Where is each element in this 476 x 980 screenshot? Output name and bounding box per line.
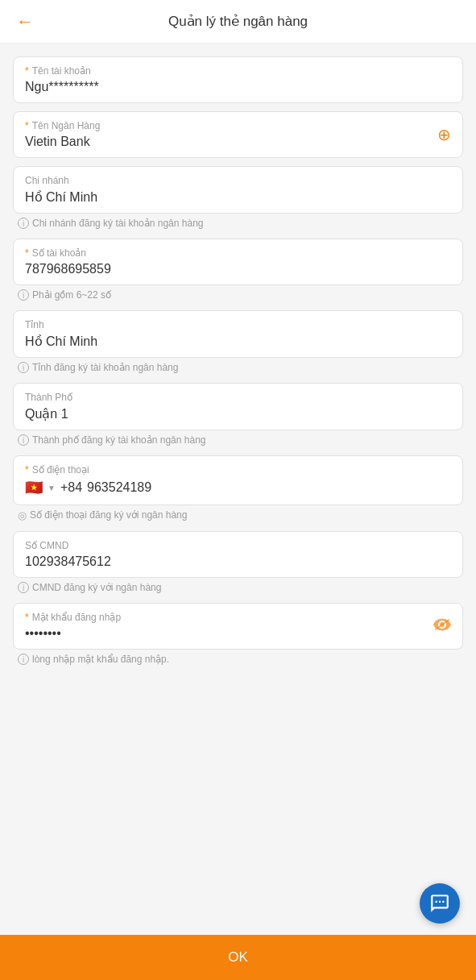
- city-label: Thành Phố: [25, 392, 451, 403]
- password-hint: i lòng nhập mật khẩu đăng nhập.: [13, 650, 463, 671]
- account-number-value: 787968695859: [25, 262, 451, 276]
- flag-icon: 🇻🇳: [25, 479, 43, 496]
- phone-label: * Số điện thoại: [25, 464, 451, 475]
- phone-value: 963524189: [87, 480, 151, 495]
- province-field[interactable]: Tỉnh Hồ Chí Minh: [13, 310, 463, 358]
- back-button[interactable]: ←: [16, 11, 34, 32]
- bank-name-group: * Tên Ngân Hàng Vietin Bank ⊕: [13, 111, 463, 158]
- circle-icon: ◎: [18, 509, 27, 521]
- province-group: Tỉnh Hồ Chí Minh i Tỉnh đăng ký tài khoả…: [13, 310, 463, 380]
- city-group: Thành Phố Quận 1 i Thành phố đăng ký tài…: [13, 383, 463, 452]
- required-star: *: [25, 247, 29, 259]
- phone-field[interactable]: * Số điện thoại 🇻🇳 ▼ +84 963524189: [13, 455, 463, 505]
- account-number-hint: i Phải gồm 6~22 số: [13, 285, 463, 307]
- account-name-label: * Tên tài khoản: [25, 65, 451, 77]
- page-title: Quản lý thẻ ngân hàng: [168, 13, 308, 30]
- id-number-group: Số CMND 102938475612 i CMND đăng ký với …: [13, 531, 463, 600]
- id-number-field[interactable]: Số CMND 102938475612: [13, 531, 463, 578]
- info-icon: i: [18, 434, 29, 446]
- phone-group: * Số điện thoại 🇻🇳 ▼ +84 963524189 ◎ Số …: [13, 455, 463, 528]
- account-name-value: Ngu**********: [25, 80, 451, 94]
- phone-hint: ◎ Số điện thoại đăng ký với ngân hàng: [13, 505, 463, 528]
- city-value: Quận 1: [25, 406, 451, 421]
- password-value: ••••••••: [25, 626, 451, 641]
- branch-group: Chi nhánh Hồ Chí Minh i Chi nhánh đăng k…: [13, 166, 463, 235]
- phone-chevron: ▼: [48, 484, 56, 492]
- content: * Tên tài khoản Ngu********** * Tên Ngân…: [0, 44, 476, 755]
- password-label: * Mật khẩu đăng nhập: [25, 612, 451, 623]
- account-name-field[interactable]: * Tên tài khoản Ngu**********: [13, 56, 463, 103]
- info-icon: i: [18, 362, 29, 373]
- branch-field[interactable]: Chi nhánh Hồ Chí Minh: [13, 166, 463, 214]
- add-bank-icon[interactable]: ⊕: [437, 125, 451, 144]
- info-icon: i: [18, 654, 29, 665]
- city-hint: i Thành phố đăng ký tài khoản ngân hàng: [13, 430, 463, 452]
- password-field[interactable]: * Mật khẩu đăng nhập ••••••••: [13, 603, 463, 650]
- id-number-value: 102938475612: [25, 554, 451, 569]
- phone-prefix: +84: [60, 480, 82, 495]
- bank-name-value: Vietin Bank: [25, 135, 451, 149]
- id-number-label: Số CMND: [25, 540, 451, 551]
- header: ← Quản lý thẻ ngân hàng: [0, 0, 476, 44]
- account-number-group: * Số tài khoản 787968695859 i Phải gồm 6…: [13, 239, 463, 307]
- province-hint: i Tỉnh đăng ký tài khoản ngân hàng: [13, 358, 463, 380]
- branch-hint: i Chi nhánh đăng ký tài khoản ngân hàng: [13, 214, 463, 235]
- required-star: *: [25, 612, 29, 623]
- province-label: Tỉnh: [25, 319, 451, 330]
- info-icon: i: [18, 582, 29, 593]
- password-group: * Mật khẩu đăng nhập •••••••• i lòng nhậ…: [13, 603, 463, 671]
- info-icon: i: [18, 218, 29, 229]
- ok-button[interactable]: OK: [0, 935, 476, 980]
- chat-icon: [429, 893, 450, 914]
- province-value: Hồ Chí Minh: [25, 334, 451, 349]
- required-star: *: [25, 65, 29, 77]
- bank-name-label: * Tên Ngân Hàng: [25, 120, 451, 131]
- account-number-field[interactable]: * Số tài khoản 787968695859: [13, 239, 463, 285]
- id-number-hint: i CMND đăng ký với ngân hàng: [13, 578, 463, 600]
- required-star: *: [25, 120, 29, 131]
- chat-button[interactable]: [420, 883, 460, 924]
- account-name-group: * Tên tài khoản Ngu**********: [13, 56, 463, 103]
- toggle-password-icon[interactable]: [433, 617, 451, 636]
- branch-value: Hồ Chí Minh: [25, 189, 451, 205]
- branch-label: Chi nhánh: [25, 175, 451, 186]
- required-star: *: [25, 464, 29, 475]
- account-number-label: * Số tài khoản: [25, 247, 451, 259]
- city-field[interactable]: Thành Phố Quận 1: [13, 383, 463, 430]
- bank-name-field[interactable]: * Tên Ngân Hàng Vietin Bank ⊕: [13, 111, 463, 158]
- info-icon: i: [18, 289, 29, 301]
